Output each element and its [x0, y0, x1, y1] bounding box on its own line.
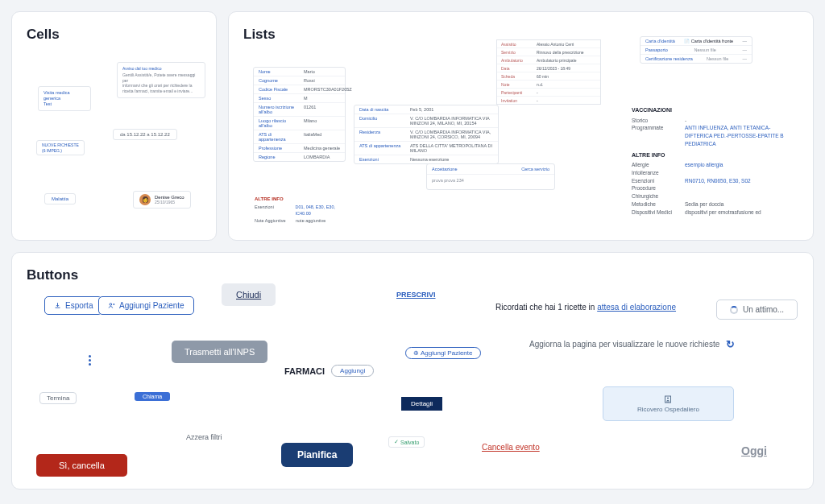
table-anagrafica: NomeMarioCognomeRossiCodice FiscaleMRORS…	[253, 67, 346, 162]
kebab-menu-icon[interactable]	[89, 355, 91, 366]
farmaci-label: FARMACI	[284, 366, 325, 376]
hospital-icon	[663, 395, 673, 404]
cell-visit[interactable]: Visita medica generica Test	[38, 86, 91, 111]
prescrivi-link[interactable]: PRESCRIVI	[396, 291, 436, 299]
date-range-chip[interactable]: da 15.12.22 a 15.12.22	[113, 129, 177, 140]
cell-new-requests[interactable]: NUOVE RICHIESTE (6 IMPEG.)	[36, 140, 85, 155]
vaccinazioni-panel: VACCINAZIONI Storico- ProgrammateANTI IN…	[632, 103, 785, 216]
termina-button[interactable]: Termina	[39, 392, 77, 404]
table-indirizzi: Data di nascitaFeb 5, 2001DomicilioV. C/…	[354, 105, 499, 164]
azzera-filtri-link[interactable]: Azzera filtri	[186, 433, 222, 441]
memo-body3: ricetta farmaci, tramite email e inviare…	[122, 89, 200, 94]
memo-title: Avviso dal tuo medico	[122, 66, 200, 72]
oggi-link[interactable]: Oggi	[741, 444, 767, 457]
esporta-button[interactable]: Esporta	[44, 296, 102, 315]
salvato-chip: ✓Salvato	[388, 436, 425, 448]
cell-visit-line2: Test	[44, 101, 52, 106]
altre-info-mini: ALTRE INFO EsenzioniD01, 048, E30, E30, …	[255, 196, 351, 224]
cancella-evento-link[interactable]: Cancella evento	[482, 443, 540, 452]
aggiungi-pill-button[interactable]: Aggiungi	[331, 365, 374, 377]
check-icon: ✓	[394, 439, 399, 445]
chip-malattia[interactable]: Malattia	[44, 193, 76, 204]
cells-heading: Cells	[27, 27, 201, 43]
avatar: 👩	[139, 194, 151, 205]
id-card-list: Carta d'identità📄 Carta d'identità front…	[640, 36, 752, 64]
user-plus-icon: ⊕	[413, 349, 419, 357]
aggiungi-paziente-pill[interactable]: ⊕Aggiungi Paziente	[405, 347, 481, 359]
chiudi-button[interactable]: Chiudi	[222, 283, 276, 306]
pianifica-button[interactable]: Pianifica	[281, 443, 353, 467]
strip-accettazione[interactable]: AccettazioneCerca servizio prova prova 2…	[426, 163, 555, 190]
cell-visit-line1: Visita medica generica	[44, 90, 70, 101]
ricovero-button[interactable]: Ricovero Ospedaliero	[603, 386, 734, 421]
cell-memo[interactable]: Avviso dal tuo medico Gentili Assistiti/…	[117, 62, 205, 98]
svg-rect-1	[665, 396, 671, 403]
loading-button[interactable]: Un attimo...	[716, 300, 798, 320]
buttons-panel: Buttons Esporta Aggiungi Paziente Chiudi…	[11, 252, 814, 490]
user-plus-icon	[108, 302, 115, 309]
spinner-icon	[730, 306, 738, 314]
person-date: 25/10/1965	[155, 200, 184, 205]
buttons-heading: Buttons	[27, 267, 798, 283]
memo-body2: informarvi che gli orari per richiedere …	[122, 83, 200, 89]
ricette-text: Ricordati che hai 1 ricette in attesa di…	[495, 303, 676, 312]
si-cancella-button[interactable]: Sì, cancella	[36, 454, 127, 477]
ricette-link[interactable]: attesa di elaborazione	[597, 303, 676, 312]
cells-panel: Cells Visita medica generica Test Avviso…	[11, 11, 217, 241]
table-assistito: AssistitoAlessio Antonio CerriServizioRi…	[496, 39, 601, 105]
altre-heading: ALTRE INFO	[632, 151, 785, 160]
chiama-button[interactable]: Chiama	[135, 392, 170, 401]
person-card[interactable]: 👩 Denise Greco 25/10/1965	[133, 191, 191, 209]
dettagli-button[interactable]: Dettagli	[401, 397, 442, 411]
svg-point-0	[110, 304, 112, 306]
aggiorna-text: Aggiorna la pagina per visualizzare le n…	[529, 338, 735, 350]
refresh-icon[interactable]: ↻	[726, 338, 735, 350]
trasmetti-button[interactable]: Trasmetti all'INPS	[172, 341, 267, 363]
lists-panel: Lists NomeMarioCognomeRossiCodice Fiscal…	[228, 11, 814, 241]
download-icon	[54, 302, 61, 309]
vacc-heading: VACCINAZIONI	[632, 106, 785, 115]
aggiungi-paziente-button[interactable]: Aggiungi Paziente	[98, 296, 194, 315]
memo-body1: Gentili Assistiti/e, Potete avere messag…	[122, 72, 200, 84]
